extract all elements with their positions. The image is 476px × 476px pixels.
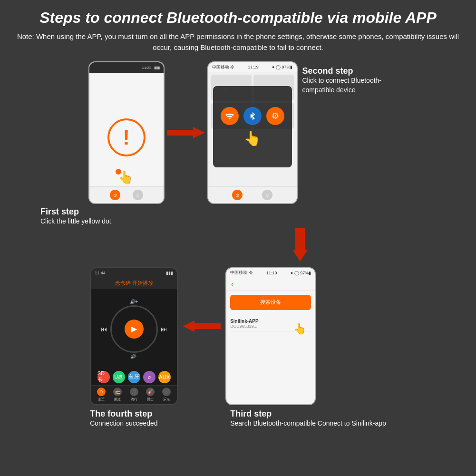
- step1-label-row: First step Click the little yellow dot: [14, 204, 462, 226]
- phone1-statusbar: 11:22 ▮▮▮: [89, 62, 164, 73]
- exclamation-circle: !: [107, 118, 146, 156]
- phone2-content: 1 3: [208, 72, 297, 186]
- phone4-bottombar: ⊙ 主页 📻 频道 🎵 流行 🎸 爵士: [91, 385, 177, 404]
- more-menu-icon: 🎶: [162, 388, 171, 396]
- bt-icons-row: ⚙: [221, 107, 284, 125]
- hand-cursor3: 👆: [293, 323, 306, 335]
- main-container: Steps to connect Bluetooth-compatible vi…: [0, 0, 476, 476]
- phone3-connect-btn[interactable]: 搜索设备: [230, 295, 311, 310]
- device-item-1[interactable]: Sinilink-APP DCC965329... 👆: [230, 316, 311, 332]
- phone3-backbar: ‹: [226, 278, 315, 291]
- grid-icon: ⚙: [266, 107, 284, 125]
- step3-title: Third step: [230, 409, 272, 418]
- exclamation-icon: !: [123, 127, 130, 148]
- arrow-left-svg: [183, 320, 221, 333]
- menu-more[interactable]: 🎶 乐坛: [162, 388, 171, 402]
- phone2-screen: 中国移动 令 11:19 ● ◯ 97%▮ 1 3: [207, 61, 298, 204]
- hand-cursor1: 👆: [118, 170, 133, 185]
- menu-home[interactable]: ⊙ 主页: [97, 388, 106, 402]
- step1-desc: Click the little yellow dot: [40, 217, 111, 226]
- home-icon2: ⊙: [232, 190, 243, 200]
- bluetooth-icon[interactable]: [243, 107, 262, 125]
- phone4-dial: 🔊+ ▶ 🔊- ⏮ ⏭: [91, 289, 177, 369]
- flow-menu-icon: 🎵: [130, 388, 138, 396]
- menu-home-label: 主页: [98, 397, 105, 402]
- btn-aux[interactable]: AUX: [158, 371, 171, 383]
- phone4-buttons: SD卡 U盘 蓝牙 ♬ AUX: [91, 369, 177, 385]
- svg-marker-0: [167, 127, 205, 138]
- dial-outer: 🔊+ ▶ 🔊-: [110, 305, 158, 353]
- phone2-statusbar: 中国移动 令 11:19 ● ◯ 97%▮: [208, 62, 297, 72]
- step3-desc: Search Bluetooth-compatible Connect to S…: [230, 419, 386, 427]
- play-button[interactable]: ▶: [125, 320, 144, 339]
- btn-music[interactable]: ♬: [143, 371, 155, 383]
- phone1-wrapper: 11:22 ▮▮▮ ! 👆 ⊙ ☺: [88, 61, 165, 204]
- menu-rock[interactable]: 🎸 爵士: [146, 388, 155, 402]
- menu-radio-label: 频道: [114, 397, 121, 402]
- note-text: Note: When using the APP, you must turn …: [14, 31, 462, 53]
- prev-track[interactable]: ⏮: [101, 325, 107, 333]
- user-icon2: ☺: [262, 190, 272, 200]
- arrow-left-container: [183, 320, 225, 333]
- rock-menu-icon: 🎸: [146, 388, 155, 396]
- phone4-screen: 11:44 ▮▮▮ 念念碎 开始播放 🔊+ ▶ 🔊- ⏮ ⏭: [90, 267, 178, 405]
- user-icon: ☺: [133, 190, 143, 200]
- phone1-bottombar: ⊙ ☺: [89, 186, 164, 203]
- vol-down: 🔊-: [130, 354, 137, 359]
- step2-label: Second step Click to connect Bluetooth- …: [302, 66, 388, 95]
- home-menu-icon: ⊙: [97, 388, 106, 396]
- step4-label: The fourth step Connection succeeded: [90, 409, 157, 428]
- phone1-screen: 11:22 ▮▮▮ ! 👆 ⊙ ☺: [88, 61, 165, 204]
- top-row: 11:22 ▮▮▮ ! 👆 ⊙ ☺: [14, 61, 462, 204]
- step4-title: The fourth step: [90, 409, 152, 418]
- arrow-down-svg: [293, 228, 307, 262]
- vol-up: 🔊+: [130, 299, 138, 304]
- svg-marker-1: [293, 228, 307, 262]
- radio-menu-icon: 📻: [113, 388, 122, 396]
- step1-title: First step: [40, 207, 111, 217]
- phone3-statusbar: 中国移动 令 11:19 ● ◯ 97%▮: [226, 268, 315, 278]
- step4-desc: Connection succeeded: [90, 419, 157, 427]
- phone3-device-list: Sinilink-APP DCC965329... 👆: [226, 314, 315, 404]
- phone2-group: 中国移动 令 11:19 ● ◯ 97%▮ 1 3: [207, 61, 388, 204]
- wifi-icon: [221, 107, 239, 125]
- menu-radio[interactable]: 📻 频道: [113, 388, 122, 402]
- dial-container: 🔊+ ▶ 🔊- ⏮ ⏭: [110, 305, 158, 353]
- menu-rock-label: 爵士: [147, 397, 154, 402]
- phone4-statusbar: 11:44 ▮▮▮: [91, 268, 177, 278]
- btn-usb[interactable]: U盘: [113, 371, 125, 383]
- step3-label: Third step Search Bluetooth-compatible C…: [230, 409, 386, 428]
- step1-label: First step Click the little yellow dot: [40, 207, 111, 226]
- hand-on-bt: 👆: [243, 130, 261, 146]
- menu-flow-label: 流行: [131, 397, 137, 402]
- arrow-down-container: [138, 228, 462, 262]
- menu-more-label: 乐坛: [163, 397, 170, 402]
- next-track[interactable]: ⏭: [161, 325, 167, 333]
- menu-flow[interactable]: 🎵 流行: [130, 388, 138, 402]
- phone4-group: 11:44 ▮▮▮ 念念碎 开始播放 🔊+ ▶ 🔊- ⏮ ⏭: [90, 267, 178, 428]
- bottom-phones-row: 11:44 ▮▮▮ 念念碎 开始播放 🔊+ ▶ 🔊- ⏮ ⏭: [14, 262, 462, 428]
- svg-marker-2: [183, 321, 221, 332]
- home-icon: ⊙: [110, 190, 120, 200]
- phone4-title: 念念碎 开始播放: [91, 278, 177, 289]
- phone3-screen: 中国移动 令 11:19 ● ◯ 97%▮ ‹ 搜索设备 Sinilink-AP…: [225, 267, 316, 405]
- page-title: Steps to connect Bluetooth-compatible vi…: [14, 9, 462, 27]
- arrow-right-svg: [167, 126, 205, 139]
- phone3-group: 中国移动 令 11:19 ● ◯ 97%▮ ‹ 搜索设备 Sinilink-AP…: [225, 267, 386, 428]
- dark-overlay: ⚙ 👆: [213, 86, 292, 167]
- btn-sd[interactable]: SD卡: [97, 371, 110, 383]
- arrow-right-1: [165, 126, 207, 139]
- step2-title: Second step: [302, 66, 388, 76]
- btn-eq[interactable]: 蓝牙: [128, 371, 140, 383]
- phone2-bottombar: ⊙ ☺: [208, 186, 297, 203]
- step2-desc: Click to connect Bluetooth- compatible d…: [302, 76, 388, 95]
